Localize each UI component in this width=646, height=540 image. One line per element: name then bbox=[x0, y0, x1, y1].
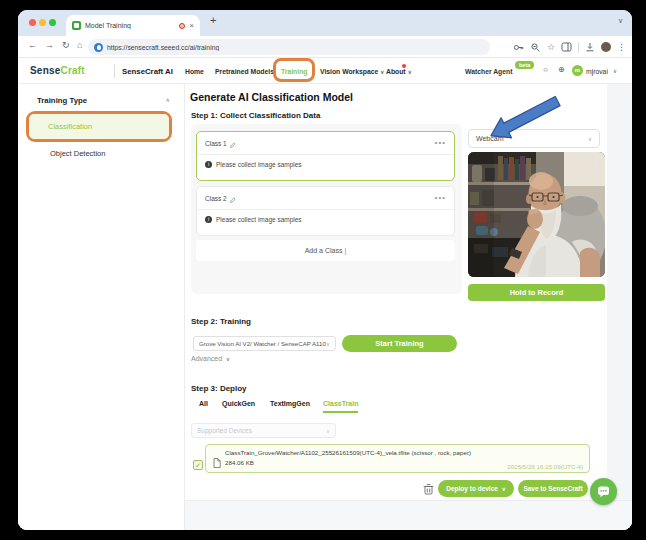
advanced-toggle[interactable]: Advanced ∨ bbox=[191, 355, 230, 362]
beta-badge: beta bbox=[515, 61, 534, 69]
file-icon bbox=[213, 454, 221, 472]
chevron-down-icon: ∨ bbox=[408, 69, 412, 75]
webcam-preview[interactable] bbox=[468, 152, 605, 277]
training-device-select[interactable]: Grove Vision AI V2/ Watcher / SenseCAP A… bbox=[193, 336, 336, 351]
site-info-icon[interactable] bbox=[94, 43, 103, 52]
webcam-feed-image bbox=[468, 152, 605, 277]
browser-menu-icon[interactable]: ⋮ bbox=[617, 43, 626, 52]
deploy-tab-classtrain[interactable]: ClassTrain bbox=[323, 400, 358, 413]
class-card-1[interactable]: Class 1 ••• i Please collect image sampl… bbox=[196, 131, 455, 181]
step2-label: Step 2: Training bbox=[191, 317, 251, 326]
page-body: Training Type ∧ Classification Object De… bbox=[18, 84, 632, 530]
new-tab-button[interactable]: + bbox=[210, 14, 216, 26]
download-icon[interactable] bbox=[585, 42, 595, 53]
sensecraft-logo[interactable]: SenseCraft bbox=[30, 65, 85, 76]
info-icon: i bbox=[205, 161, 212, 168]
zoom-icon[interactable] bbox=[530, 42, 541, 53]
notification-dot bbox=[402, 64, 406, 68]
model-file-timestamp: 2025/5/26 16:15:09(UTC-4) bbox=[507, 463, 583, 470]
password-key-icon[interactable] bbox=[513, 42, 524, 53]
annotation-arrow-icon bbox=[484, 94, 562, 142]
nav-watcher-agent[interactable]: Watcher Agent bbox=[465, 68, 512, 75]
browser-tab-strip: Model Training × + ∨ bbox=[18, 10, 632, 36]
flip-camera-icon[interactable] bbox=[591, 157, 600, 175]
chevron-down-icon: ∨ bbox=[326, 341, 330, 347]
home-icon[interactable]: ⌂ bbox=[77, 40, 82, 50]
user-avatar[interactable]: m bbox=[572, 65, 583, 76]
nav-about[interactable]: About∨ bbox=[386, 68, 412, 75]
file-checkbox[interactable]: ✓ bbox=[193, 460, 203, 470]
window-zoom-button[interactable] bbox=[49, 19, 56, 26]
nav-home[interactable]: Home bbox=[185, 68, 204, 75]
annotation-box-classification: Classification bbox=[26, 111, 172, 142]
chevron-down-icon: ∨ bbox=[326, 428, 330, 434]
model-file-name: ClassTrain_Grove/Watcher/A1102_255261615… bbox=[225, 449, 585, 456]
delete-trash-icon[interactable] bbox=[423, 481, 434, 499]
forward-icon[interactable]: → bbox=[45, 40, 54, 50]
supported-devices-select[interactable]: Supported Devices ∨ bbox=[191, 423, 336, 438]
page-footer-strip bbox=[185, 500, 632, 530]
deploy-to-device-button[interactable]: Deploy to device ∨ bbox=[438, 480, 514, 497]
add-class-button[interactable]: Add a Class | bbox=[196, 240, 455, 261]
nav-training[interactable]: Training bbox=[281, 68, 307, 75]
browser-window: Model Training × + ∨ ← → ↻ ⌂ https://sen… bbox=[18, 10, 632, 530]
step1-label: Step 1: Collect Classification Data bbox=[191, 111, 320, 120]
deploy-tab-quickgen[interactable]: QuickGen bbox=[222, 400, 255, 411]
reload-icon[interactable]: ↻ bbox=[62, 40, 70, 50]
nav-vision-workspace[interactable]: Vision Workspace∨ bbox=[320, 68, 384, 75]
chat-bubble-icon bbox=[597, 485, 610, 498]
language-globe-icon[interactable]: ⊕ bbox=[558, 66, 565, 74]
class-collection-panel: Class 1 ••• i Please collect image sampl… bbox=[191, 124, 462, 294]
tab-title: Model Training bbox=[85, 22, 175, 29]
edit-pencil-icon[interactable] bbox=[230, 134, 236, 152]
start-training-button[interactable]: Start Training bbox=[342, 335, 457, 352]
deploy-tab-all[interactable]: All bbox=[199, 400, 208, 411]
back-icon[interactable]: ← bbox=[28, 40, 37, 50]
url-text[interactable]: https://sensecraft.seeed.cc/ai/training bbox=[107, 44, 219, 51]
chevron-down-icon: ∨ bbox=[588, 136, 592, 142]
sidebar-item-object-detection[interactable]: Object Detection bbox=[50, 149, 105, 158]
user-menu-chevron-icon[interactable]: ∨ bbox=[613, 68, 617, 74]
class2-hint: Please collect image samples bbox=[216, 216, 302, 223]
sidebar-section-title: Training Type bbox=[37, 96, 87, 105]
camera-recording-icon bbox=[179, 23, 185, 29]
tab-close-icon[interactable]: × bbox=[189, 21, 194, 30]
browser-toolbar: ← → ↻ ⌂ https://sensecraft.seeed.cc/ai/t… bbox=[18, 36, 632, 58]
side-panel-icon[interactable] bbox=[561, 42, 572, 52]
save-to-sensecraft-button[interactable]: Save to SenseCraft bbox=[518, 480, 588, 497]
app-header: SenseCraft SenseCraft AI Home Pretrained… bbox=[18, 58, 632, 84]
app-title: SenseCraft AI bbox=[122, 67, 173, 76]
sidebar: Training Type ∧ Classification Object De… bbox=[18, 84, 185, 530]
theme-toggle-icon[interactable]: ○ bbox=[543, 66, 548, 74]
toolbar-divider bbox=[578, 42, 579, 53]
class2-name: Class 2 bbox=[205, 195, 227, 202]
sidebar-item-classification[interactable]: Classification bbox=[29, 114, 169, 139]
model-file-row[interactable]: ClassTrain_Grove/Watcher/A1102_255261615… bbox=[205, 444, 590, 473]
model-file-size: 284.06 KB bbox=[225, 459, 254, 466]
nav-pretrained-models[interactable]: Pretrained Models bbox=[215, 68, 274, 75]
scroll-gutter[interactable] bbox=[607, 84, 632, 530]
deploy-tab-textimggen[interactable]: TextImgGen bbox=[270, 400, 310, 411]
class-card-2[interactable]: Class 2 ••• i Please collect image sampl… bbox=[196, 186, 455, 236]
page-title: Generate AI Classification Model bbox=[190, 91, 353, 103]
hold-to-record-button[interactable]: Hold to Record bbox=[468, 284, 605, 301]
address-bar[interactable]: https://sensecraft.seeed.cc/ai/training bbox=[88, 39, 490, 55]
class1-name: Class 1 bbox=[205, 140, 227, 147]
edit-pencil-icon[interactable] bbox=[230, 189, 236, 207]
browser-profile-avatar[interactable] bbox=[601, 42, 611, 52]
bookmark-star-icon[interactable]: ☆ bbox=[547, 43, 555, 52]
collapse-chevron-icon[interactable]: ∧ bbox=[166, 96, 170, 103]
chat-support-fab[interactable] bbox=[590, 478, 617, 505]
tab-favicon-icon bbox=[72, 21, 81, 30]
username[interactable]: mjrovai bbox=[586, 68, 608, 75]
step3-label: Step 3: Deploy bbox=[191, 384, 247, 393]
tab-search-chevron-icon[interactable]: ∨ bbox=[618, 17, 623, 25]
main-content: Generate AI Classification Model Step 1:… bbox=[185, 84, 632, 530]
class1-hint: Please collect image samples bbox=[216, 161, 302, 168]
browser-tab[interactable]: Model Training × bbox=[66, 15, 200, 36]
text-caret: | bbox=[344, 247, 346, 254]
window-minimize-button[interactable] bbox=[39, 19, 46, 26]
chevron-down-icon: ∨ bbox=[226, 356, 230, 362]
chevron-down-icon: ∨ bbox=[380, 69, 384, 75]
window-close-button[interactable] bbox=[29, 19, 36, 26]
